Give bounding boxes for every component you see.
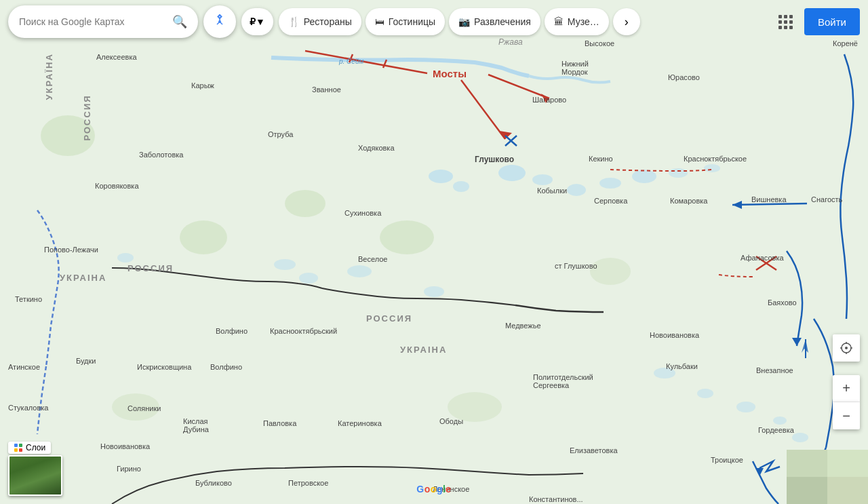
top-bar: 🔍 ₽▼ 🍴 Рестораны 🛏 Гостиницы � [0,0,868,43]
svg-point-17 [736,402,755,412]
search-input[interactable] [19,16,167,27]
search-box[interactable]: 🔍 [8,5,198,38]
layers-icon [14,443,23,452]
svg-point-10 [117,253,134,263]
mini-tile-3 [787,477,827,504]
svg-point-2 [453,181,469,192]
thumbnail-image [9,457,61,495]
svg-rect-47 [19,448,22,452]
svg-point-4 [532,174,553,185]
restaurants-icon: 🍴 [288,16,300,27]
svg-point-20 [41,115,95,156]
category-restaurants[interactable]: 🍴 Рестораны [279,8,361,35]
locate-btn-inner[interactable] [833,334,860,362]
zoom-controls: + − [833,375,860,429]
google-logo: Google [416,484,451,495]
svg-rect-44 [14,444,18,447]
svg-line-32 [488,75,549,98]
svg-marker-33 [541,94,549,103]
svg-point-21 [180,220,227,254]
zoom-out-button[interactable]: − [833,402,860,429]
svg-line-28 [349,54,353,62]
svg-point-13 [347,265,372,277]
currency-button[interactable]: ₽▼ [241,8,273,35]
svg-marker-42 [792,338,802,346]
category-museums[interactable]: 🏛 Музе… [545,8,609,35]
directions-button[interactable] [203,5,236,38]
svg-point-49 [845,347,848,349]
svg-point-7 [632,170,656,183]
svg-line-30 [461,80,505,139]
svg-point-26 [448,392,502,422]
map-svg [0,0,868,504]
svg-point-14 [424,286,444,297]
svg-rect-45 [19,444,22,447]
svg-line-34 [756,256,776,270]
svg-point-24 [112,393,159,421]
hotels-icon: 🛏 [375,16,384,27]
svg-point-23 [380,220,434,254]
directions-icon [212,14,228,30]
map-background [0,0,868,504]
svg-point-25 [590,258,631,285]
search-icon[interactable]: 🔍 [172,14,187,29]
svg-rect-46 [14,448,18,452]
mini-tile-1 [787,450,827,477]
category-hotels[interactable]: 🛏 Гостиницы [366,8,445,35]
svg-point-15 [654,368,675,379]
apps-button[interactable] [772,8,799,35]
svg-point-8 [669,168,688,178]
svg-point-5 [567,184,586,196]
svg-point-6 [599,178,621,189]
svg-line-37 [505,136,517,146]
svg-line-36 [505,136,517,146]
apps-grid [778,15,793,29]
svg-line-35 [756,256,776,270]
category-entertainment[interactable]: 📷 Развлечения [449,8,540,35]
locate-button[interactable] [833,334,860,362]
mini-map [787,450,868,504]
svg-rect-0 [0,0,868,504]
svg-line-29 [383,60,387,68]
mini-tile-4 [827,477,868,504]
svg-line-27 [305,51,427,73]
svg-point-9 [704,164,720,172]
map-thumbnail[interactable] [8,455,62,496]
svg-marker-39 [732,201,742,209]
svg-line-38 [732,203,807,205]
mini-tile-2 [827,450,868,477]
svg-point-1 [429,170,453,183]
svg-point-22 [285,190,326,217]
svg-point-11 [274,259,296,270]
svg-point-3 [498,165,526,181]
map-container: Мосты Алексеевка Карыж Званное Ржава Выс… [0,0,868,504]
locate-icon [840,341,853,355]
categories-bar: 🍴 Рестораны 🛏 Гостиницы 📷 Развлечения 🏛 … [279,8,640,35]
svg-marker-41 [755,468,764,476]
svg-point-19 [792,433,808,442]
svg-marker-31 [500,131,512,139]
zoom-in-button[interactable]: + [833,375,860,402]
login-button[interactable]: Войти [804,8,860,35]
camera-icon: 📷 [458,16,470,27]
svg-point-12 [299,273,318,284]
mini-map-tiles [787,450,868,504]
layers-label-text: Слои [26,443,45,452]
more-categories-button[interactable]: › [613,8,640,35]
svg-point-16 [697,389,713,398]
layers-button[interactable]: Слои [8,442,51,454]
svg-point-18 [773,416,787,425]
museum-icon: 🏛 [554,16,564,27]
